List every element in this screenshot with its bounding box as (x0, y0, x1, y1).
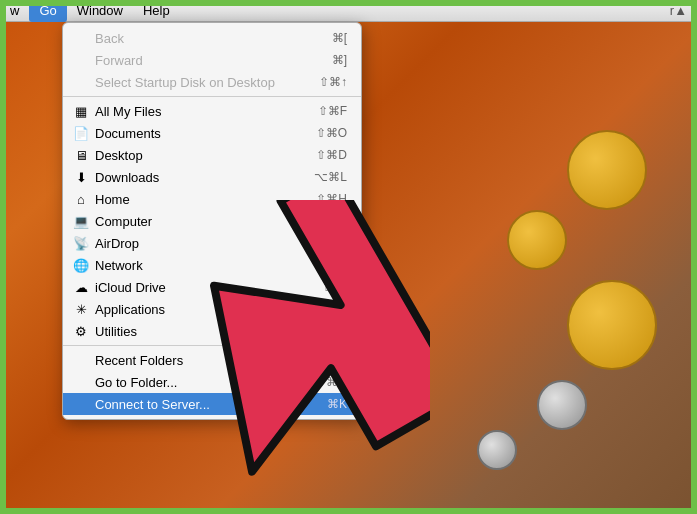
downloads-shortcut: ⌥⌘L (314, 170, 347, 184)
forward-shortcut: ⌘] (332, 53, 347, 67)
menu-item-connect-to-server[interactable]: Connect to Server... ⌘K (63, 393, 361, 415)
menu-item-forward[interactable]: Forward ⌘] (63, 49, 361, 71)
menu-item-downloads[interactable]: ⬇ Downloads ⌥⌘L (63, 166, 361, 188)
go-to-folder-label: Go to Folder... (95, 375, 177, 390)
network-icon: 🌐 (73, 257, 89, 273)
connect-to-server-icon (73, 396, 89, 412)
menu-item-recent-folders[interactable]: Recent Folders ▶ (63, 349, 361, 371)
all-my-files-shortcut: ⇧⌘F (318, 104, 347, 118)
startup-icon (73, 74, 89, 90)
applications-shortcut: ⇧⌘A (317, 302, 347, 316)
computer-label: Computer (95, 214, 152, 229)
menubar-item-window[interactable]: Window (67, 0, 133, 22)
all-my-files-icon: ▦ (73, 103, 89, 119)
menu-item-go-to-folder[interactable]: Go to Folder... ⇧⌘G (63, 371, 361, 393)
home-label: Home (95, 192, 130, 207)
menu-item-back[interactable]: Back ⌘[ (63, 27, 361, 49)
home-icon: ⌂ (73, 191, 89, 207)
documents-label: Documents (95, 126, 161, 141)
recent-folders-arrow: ▶ (339, 354, 347, 367)
divider-1 (63, 96, 361, 97)
recent-folders-label: Recent Folders (95, 353, 183, 368)
menubar-item-w[interactable]: w (0, 0, 29, 22)
network-label: Network (95, 258, 143, 273)
coin (507, 210, 567, 270)
background-decoration (407, 80, 667, 500)
go-menu: Back ⌘[ Forward ⌘] Select Startup Disk o… (62, 22, 362, 420)
all-my-files-label: All My Files (95, 104, 161, 119)
computer-shortcut: ⇧⌘C (316, 214, 347, 228)
menu-item-all-my-files[interactable]: ▦ All My Files ⇧⌘F (63, 100, 361, 122)
icloud-label: iCloud Drive (95, 280, 166, 295)
utilities-icon: ⚙ (73, 323, 89, 339)
applications-label: Applications (95, 302, 165, 317)
menu-item-computer[interactable]: 💻 Computer ⇧⌘C (63, 210, 361, 232)
menu-item-startup[interactable]: Select Startup Disk on Desktop ⇧⌘↑ (63, 71, 361, 93)
airdrop-icon: 📡 (73, 235, 89, 251)
airdrop-label: AirDrop (95, 236, 139, 251)
back-icon (73, 30, 89, 46)
recent-folders-icon (73, 352, 89, 368)
connect-to-server-shortcut: ⌘K (327, 397, 347, 411)
home-shortcut: ⇧⌘H (316, 192, 347, 206)
menu-item-documents[interactable]: 📄 Documents ⇧⌘O (63, 122, 361, 144)
startup-label: Select Startup Disk on Desktop (95, 75, 275, 90)
utilities-label: Utilities (95, 324, 137, 339)
ornament (477, 430, 517, 470)
desktop-icon: 🖥 (73, 147, 89, 163)
startup-shortcut: ⇧⌘↑ (319, 75, 347, 89)
documents-icon: 📄 (73, 125, 89, 141)
menubar-trailing: r▲ (670, 3, 697, 18)
menu-item-airdrop[interactable]: 📡 AirDrop ⇧⌘R (63, 232, 361, 254)
go-to-folder-shortcut: ⇧⌘G (316, 375, 347, 389)
network-shortcut: ⇧⌘K (317, 258, 347, 272)
documents-shortcut: ⇧⌘O (316, 126, 347, 140)
forward-label: Forward (95, 53, 143, 68)
forward-icon (73, 52, 89, 68)
menu-item-utilities[interactable]: ⚙ Utilities ⇧⌘U (63, 320, 361, 342)
desktop-label: Desktop (95, 148, 143, 163)
coin (567, 280, 657, 370)
icloud-shortcut: ⇧⌘I (322, 280, 347, 294)
applications-icon: ✳ (73, 301, 89, 317)
menu-item-applications[interactable]: ✳ Applications ⇧⌘A (63, 298, 361, 320)
menubar: w Go Window Help r▲ (0, 0, 697, 22)
downloads-label: Downloads (95, 170, 159, 185)
go-to-folder-icon (73, 374, 89, 390)
divider-2 (63, 345, 361, 346)
menu-item-icloud[interactable]: ☁ iCloud Drive ⇧⌘I (63, 276, 361, 298)
back-label: Back (95, 31, 124, 46)
ornament (537, 380, 587, 430)
utilities-shortcut: ⇧⌘U (316, 324, 347, 338)
airdrop-shortcut: ⇧⌘R (316, 236, 347, 250)
back-shortcut: ⌘[ (332, 31, 347, 45)
menu-item-desktop[interactable]: 🖥 Desktop ⇧⌘D (63, 144, 361, 166)
computer-icon: 💻 (73, 213, 89, 229)
desktop-shortcut: ⇧⌘D (316, 148, 347, 162)
menu-item-network[interactable]: 🌐 Network ⇧⌘K (63, 254, 361, 276)
menubar-item-help[interactable]: Help (133, 0, 180, 22)
downloads-icon: ⬇ (73, 169, 89, 185)
icloud-icon: ☁ (73, 279, 89, 295)
menu-item-home[interactable]: ⌂ Home ⇧⌘H (63, 188, 361, 210)
menubar-item-go[interactable]: Go (29, 0, 66, 22)
connect-to-server-label: Connect to Server... (95, 397, 210, 412)
coin (567, 130, 647, 210)
